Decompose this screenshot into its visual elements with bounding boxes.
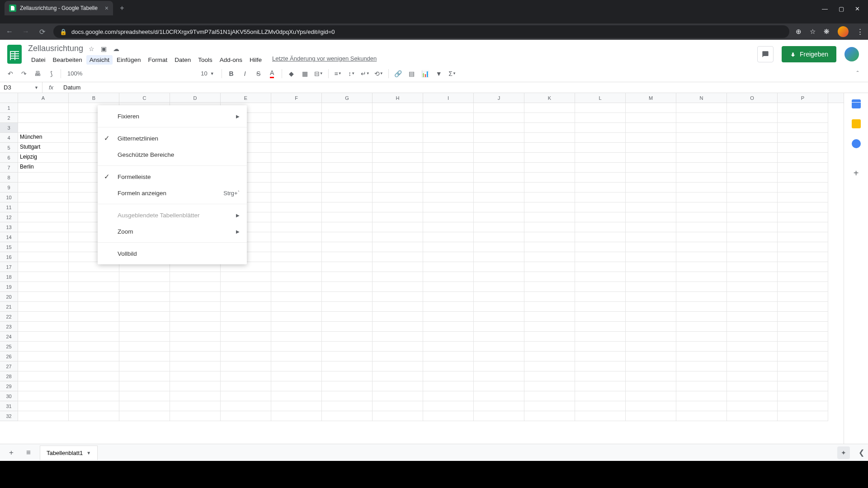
cell[interactable] (676, 133, 727, 143)
row-header[interactable]: 24 (0, 332, 18, 342)
cell[interactable] (322, 113, 373, 123)
cell[interactable] (575, 232, 626, 242)
cell[interactable] (727, 222, 778, 232)
cell[interactable] (221, 292, 271, 302)
new-tab-button[interactable]: + (116, 2, 128, 14)
cell[interactable] (373, 411, 423, 421)
add-addon-icon[interactable]: + (854, 168, 859, 178)
cell[interactable] (727, 391, 778, 401)
row-header[interactable]: 27 (0, 361, 18, 371)
cell[interactable] (676, 332, 727, 342)
cell[interactable] (271, 252, 322, 262)
cell[interactable] (322, 163, 373, 173)
cell[interactable] (373, 342, 423, 352)
menu-bearbeiten[interactable]: Bearbeiten (50, 55, 85, 65)
side-panel-toggle-icon[interactable]: ❮ (859, 448, 864, 457)
cell[interactable] (676, 352, 727, 361)
cell[interactable] (18, 212, 69, 222)
cell[interactable] (119, 342, 170, 352)
cell[interactable]: München (18, 133, 69, 143)
cell[interactable] (423, 103, 474, 113)
cell[interactable] (575, 262, 626, 272)
row-header[interactable]: 29 (0, 381, 18, 391)
cell[interactable] (676, 262, 727, 272)
tasks-icon[interactable] (852, 139, 861, 148)
cell[interactable] (221, 361, 271, 371)
cell[interactable] (18, 272, 69, 282)
name-box[interactable]: D3 ▼ (0, 82, 42, 93)
cell[interactable] (423, 232, 474, 242)
cell[interactable] (271, 391, 322, 401)
undo-icon[interactable]: ↶ (5, 68, 16, 80)
cloud-status-icon[interactable]: ☁ (113, 45, 119, 52)
cell[interactable] (778, 163, 828, 173)
cell[interactable] (170, 401, 221, 411)
cell[interactable] (322, 411, 373, 421)
cell[interactable] (373, 242, 423, 252)
menu-daten[interactable]: Daten (171, 55, 194, 65)
cell[interactable] (676, 212, 727, 222)
row-header[interactable]: 14 (0, 232, 18, 242)
cell[interactable] (474, 391, 524, 401)
cell[interactable] (474, 342, 524, 352)
minimize-icon[interactable]: ― (822, 5, 828, 12)
cell[interactable] (778, 173, 828, 183)
cell[interactable] (778, 133, 828, 143)
cell[interactable] (778, 292, 828, 302)
cell[interactable] (373, 113, 423, 123)
cell[interactable] (676, 292, 727, 302)
browser-menu-icon[interactable]: ⋮ (857, 28, 863, 36)
cell[interactable] (626, 391, 676, 401)
cell[interactable] (373, 143, 423, 153)
row-header[interactable]: 28 (0, 371, 18, 381)
cell[interactable] (575, 401, 626, 411)
cell[interactable] (575, 312, 626, 322)
cell[interactable] (322, 183, 373, 192)
cell[interactable] (69, 371, 119, 381)
font-size-dropdown[interactable]: 10 ▼ (197, 70, 217, 77)
cell[interactable] (373, 163, 423, 173)
cell[interactable] (18, 371, 69, 381)
cell[interactable] (778, 183, 828, 192)
cell[interactable] (119, 391, 170, 401)
cell[interactable] (676, 322, 727, 332)
menu-item-geschützte-bereiche[interactable]: Geschützte Bereiche (98, 146, 247, 163)
cell[interactable] (221, 272, 271, 282)
cell[interactable] (170, 332, 221, 342)
row-header[interactable]: 3 (0, 123, 18, 133)
cell[interactable] (727, 202, 778, 212)
cell[interactable] (322, 252, 373, 262)
row-header[interactable]: 20 (0, 292, 18, 302)
cell[interactable] (18, 232, 69, 242)
cell[interactable] (474, 282, 524, 292)
formula-input[interactable]: Datum (60, 84, 868, 91)
cell[interactable] (575, 133, 626, 143)
cell[interactable] (221, 371, 271, 381)
cell[interactable] (524, 401, 575, 411)
column-header[interactable]: L (575, 93, 626, 103)
select-all-corner[interactable] (0, 93, 18, 103)
row-header[interactable]: 6 (0, 153, 18, 163)
cell[interactable] (373, 252, 423, 262)
cell[interactable] (575, 143, 626, 153)
cell[interactable] (676, 192, 727, 202)
cell[interactable] (727, 123, 778, 133)
cell[interactable] (778, 411, 828, 421)
menu-tools[interactable]: Tools (195, 55, 216, 65)
cell[interactable] (373, 173, 423, 183)
cell[interactable] (778, 371, 828, 381)
horizontal-align-icon[interactable]: ≡▼ (332, 68, 344, 80)
cell[interactable] (676, 242, 727, 252)
cell[interactable] (18, 332, 69, 342)
cell[interactable] (423, 113, 474, 123)
cell[interactable] (778, 262, 828, 272)
cell[interactable] (524, 133, 575, 143)
cell[interactable] (474, 143, 524, 153)
cell[interactable] (778, 202, 828, 212)
cell[interactable] (676, 342, 727, 352)
address-bar[interactable]: 🔒 docs.google.com/spreadsheets/d/1L0CRXr… (53, 25, 789, 38)
cell[interactable] (373, 202, 423, 212)
cell[interactable] (322, 371, 373, 381)
cell[interactable] (322, 322, 373, 332)
cell[interactable] (575, 163, 626, 173)
